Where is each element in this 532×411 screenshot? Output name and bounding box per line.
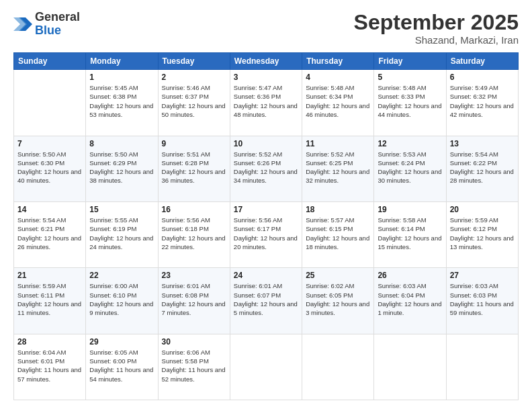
day-info: Sunrise: 6:06 AMSunset: 5:58 PMDaylight:… xyxy=(162,348,226,383)
calendar-cell: 1Sunrise: 5:45 AMSunset: 6:38 PMDaylight… xyxy=(86,70,158,136)
week-row-2: 7Sunrise: 5:50 AMSunset: 6:30 PMDaylight… xyxy=(14,136,519,201)
day-info: Sunrise: 6:03 AMSunset: 6:04 PMDaylight:… xyxy=(378,281,442,317)
day-info: Sunrise: 5:51 AMSunset: 6:28 PMDaylight:… xyxy=(162,150,226,185)
day-number: 8 xyxy=(89,139,154,148)
day-number: 30 xyxy=(162,337,226,347)
calendar-cell: 30Sunrise: 6:06 AMSunset: 5:58 PMDayligh… xyxy=(158,334,230,400)
day-number: 15 xyxy=(89,205,154,214)
day-info: Sunrise: 5:56 AMSunset: 6:17 PMDaylight:… xyxy=(234,216,298,251)
day-number: 3 xyxy=(234,73,298,82)
calendar-cell: 11Sunrise: 5:52 AMSunset: 6:25 PMDayligh… xyxy=(302,136,374,201)
logo-blue-text: Blue xyxy=(35,24,61,37)
day-info: Sunrise: 6:04 AMSunset: 6:01 PMDaylight:… xyxy=(17,348,82,383)
logo-general-text: General xyxy=(35,10,80,24)
day-info: Sunrise: 5:59 AMSunset: 6:11 PMDaylight:… xyxy=(17,281,82,317)
logo-text: General Blue xyxy=(35,11,80,38)
day-number: 11 xyxy=(306,139,370,148)
day-number: 7 xyxy=(17,139,82,148)
day-info: Sunrise: 6:05 AMSunset: 6:00 PMDaylight:… xyxy=(89,348,154,383)
week-row-5: 28Sunrise: 6:04 AMSunset: 6:01 PMDayligh… xyxy=(14,334,519,400)
calendar-cell: 23Sunrise: 6:01 AMSunset: 6:08 PMDayligh… xyxy=(158,268,230,334)
day-info: Sunrise: 6:01 AMSunset: 6:07 PMDaylight:… xyxy=(234,281,298,317)
day-number: 18 xyxy=(306,205,370,214)
day-info: Sunrise: 5:58 AMSunset: 6:14 PMDaylight:… xyxy=(378,216,442,251)
day-info: Sunrise: 5:46 AMSunset: 6:37 PMDaylight:… xyxy=(162,83,226,119)
subtitle: Shazand, Markazi, Iran xyxy=(354,34,519,46)
logo: General Blue xyxy=(13,11,80,38)
weekday-thursday: Thursday xyxy=(302,53,374,70)
day-info: Sunrise: 5:45 AMSunset: 6:38 PMDaylight:… xyxy=(89,83,154,119)
day-info: Sunrise: 5:55 AMSunset: 6:19 PMDaylight:… xyxy=(89,216,154,251)
calendar-cell: 8Sunrise: 5:50 AMSunset: 6:29 PMDaylight… xyxy=(86,136,158,201)
page: General Blue September 2025 Shazand, Mar… xyxy=(0,0,532,411)
calendar-cell: 14Sunrise: 5:54 AMSunset: 6:21 PMDayligh… xyxy=(14,201,86,267)
calendar-cell: 21Sunrise: 5:59 AMSunset: 6:11 PMDayligh… xyxy=(14,268,86,334)
calendar-cell: 19Sunrise: 5:58 AMSunset: 6:14 PMDayligh… xyxy=(374,201,446,267)
calendar-cell: 4Sunrise: 5:48 AMSunset: 6:34 PMDaylight… xyxy=(302,70,374,136)
title-block: September 2025 Shazand, Markazi, Iran xyxy=(354,11,519,46)
month-title: September 2025 xyxy=(354,11,519,34)
weekday-saturday: Saturday xyxy=(446,53,518,70)
weekday-row: SundayMondayTuesdayWednesdayThursdayFrid… xyxy=(14,53,519,70)
day-info: Sunrise: 5:59 AMSunset: 6:12 PMDaylight:… xyxy=(450,216,515,251)
day-number: 17 xyxy=(234,205,298,214)
day-number: 2 xyxy=(162,73,226,82)
day-number: 25 xyxy=(306,271,370,280)
calendar-cell: 17Sunrise: 5:56 AMSunset: 6:17 PMDayligh… xyxy=(230,201,302,267)
day-number: 26 xyxy=(378,271,442,280)
day-number: 4 xyxy=(306,73,370,82)
day-info: Sunrise: 5:54 AMSunset: 6:22 PMDaylight:… xyxy=(450,150,515,185)
day-number: 23 xyxy=(162,271,226,280)
week-row-1: 1Sunrise: 5:45 AMSunset: 6:38 PMDaylight… xyxy=(14,70,519,136)
day-info: Sunrise: 5:50 AMSunset: 6:30 PMDaylight:… xyxy=(17,150,82,185)
calendar-cell: 12Sunrise: 5:53 AMSunset: 6:24 PMDayligh… xyxy=(374,136,446,201)
calendar-cell: 24Sunrise: 6:01 AMSunset: 6:07 PMDayligh… xyxy=(230,268,302,334)
day-info: Sunrise: 5:54 AMSunset: 6:21 PMDaylight:… xyxy=(17,216,82,251)
day-number: 9 xyxy=(162,139,226,148)
day-info: Sunrise: 5:57 AMSunset: 6:15 PMDaylight:… xyxy=(306,216,370,251)
weekday-sunday: Sunday xyxy=(14,53,86,70)
day-number: 10 xyxy=(234,139,298,148)
week-row-3: 14Sunrise: 5:54 AMSunset: 6:21 PMDayligh… xyxy=(14,201,519,267)
day-number: 12 xyxy=(378,139,442,148)
day-info: Sunrise: 5:50 AMSunset: 6:29 PMDaylight:… xyxy=(89,150,154,185)
logo-icon xyxy=(13,15,32,34)
calendar-cell: 26Sunrise: 6:03 AMSunset: 6:04 PMDayligh… xyxy=(374,268,446,334)
calendar-cell: 7Sunrise: 5:50 AMSunset: 6:30 PMDaylight… xyxy=(14,136,86,201)
day-number: 24 xyxy=(234,271,298,280)
day-number: 5 xyxy=(378,73,442,82)
calendar-cell: 5Sunrise: 5:48 AMSunset: 6:33 PMDaylight… xyxy=(374,70,446,136)
calendar-body: 1Sunrise: 5:45 AMSunset: 6:38 PMDaylight… xyxy=(14,70,519,400)
day-info: Sunrise: 5:56 AMSunset: 6:18 PMDaylight:… xyxy=(162,216,226,251)
day-number: 20 xyxy=(450,205,515,214)
calendar-cell: 13Sunrise: 5:54 AMSunset: 6:22 PMDayligh… xyxy=(446,136,518,201)
day-number: 27 xyxy=(450,271,515,280)
day-number: 21 xyxy=(17,271,82,280)
calendar-cell: 28Sunrise: 6:04 AMSunset: 6:01 PMDayligh… xyxy=(14,334,86,400)
day-number: 28 xyxy=(17,337,82,347)
calendar-cell xyxy=(374,334,446,400)
day-number: 16 xyxy=(162,205,226,214)
calendar-cell: 25Sunrise: 6:02 AMSunset: 6:05 PMDayligh… xyxy=(302,268,374,334)
day-number: 14 xyxy=(17,205,82,214)
calendar-cell: 9Sunrise: 5:51 AMSunset: 6:28 PMDaylight… xyxy=(158,136,230,201)
calendar: SundayMondayTuesdayWednesdayThursdayFrid… xyxy=(13,52,519,400)
calendar-cell: 27Sunrise: 6:03 AMSunset: 6:03 PMDayligh… xyxy=(446,268,518,334)
calendar-cell: 22Sunrise: 6:00 AMSunset: 6:10 PMDayligh… xyxy=(86,268,158,334)
day-info: Sunrise: 6:01 AMSunset: 6:08 PMDaylight:… xyxy=(162,281,226,317)
day-info: Sunrise: 5:48 AMSunset: 6:33 PMDaylight:… xyxy=(378,83,442,119)
week-row-4: 21Sunrise: 5:59 AMSunset: 6:11 PMDayligh… xyxy=(14,268,519,334)
day-info: Sunrise: 6:03 AMSunset: 6:03 PMDaylight:… xyxy=(450,281,515,317)
day-info: Sunrise: 5:47 AMSunset: 6:36 PMDaylight:… xyxy=(234,83,298,119)
weekday-friday: Friday xyxy=(374,53,446,70)
calendar-cell: 20Sunrise: 5:59 AMSunset: 6:12 PMDayligh… xyxy=(446,201,518,267)
calendar-cell: 6Sunrise: 5:49 AMSunset: 6:32 PMDaylight… xyxy=(446,70,518,136)
day-number: 6 xyxy=(450,73,515,82)
weekday-monday: Monday xyxy=(86,53,158,70)
day-info: Sunrise: 5:52 AMSunset: 6:26 PMDaylight:… xyxy=(234,150,298,185)
calendar-cell: 15Sunrise: 5:55 AMSunset: 6:19 PMDayligh… xyxy=(86,201,158,267)
weekday-wednesday: Wednesday xyxy=(230,53,302,70)
day-info: Sunrise: 5:49 AMSunset: 6:32 PMDaylight:… xyxy=(450,83,515,119)
calendar-cell xyxy=(302,334,374,400)
day-info: Sunrise: 5:48 AMSunset: 6:34 PMDaylight:… xyxy=(306,83,370,119)
